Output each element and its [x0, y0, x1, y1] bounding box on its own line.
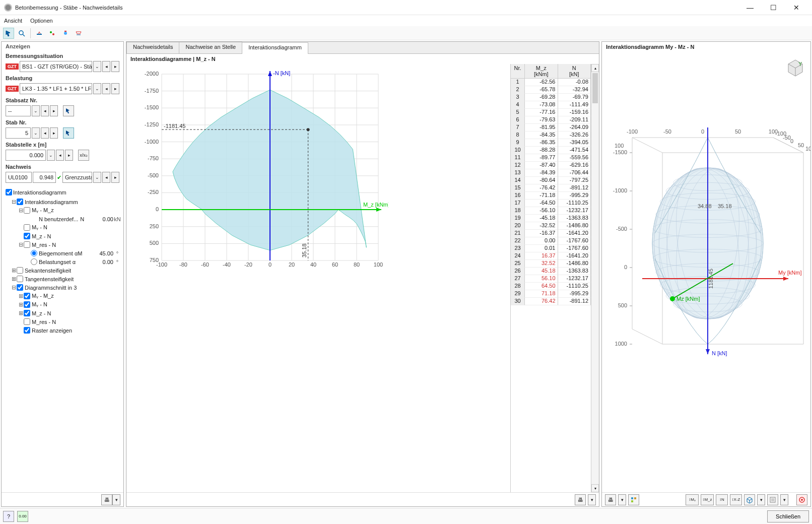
view-n-icon[interactable]: ↕N [716, 494, 728, 505]
table-row[interactable]: 19-45.18-1363.83 [511, 215, 591, 222]
view-cube[interactable]: Y [784, 56, 806, 78]
table-row[interactable]: 20-32.52-1486.80 [511, 222, 591, 230]
right-settings-icon[interactable] [628, 494, 639, 505]
table-row[interactable]: 5-77.16-159.16 [511, 109, 591, 116]
status-units-icon[interactable]: 0.00 [17, 511, 28, 522]
table-row[interactable]: 2-65.78-32.94 [511, 86, 591, 94]
table-row[interactable]: 11-89.77-559.56 [511, 154, 591, 162]
position-dropdown-icon[interactable]: ⌄ [47, 150, 55, 161]
memberset-pick-icon[interactable] [63, 105, 74, 116]
tree-row[interactable]: M_z - N [4, 232, 121, 240]
view-reset-icon[interactable] [796, 494, 807, 505]
tree-row[interactable]: Raster anzeigen [4, 326, 121, 335]
tool-zoom-icon[interactable] [16, 28, 27, 39]
tree-row[interactable]: M_res - N [4, 317, 121, 326]
load-combo[interactable]: LK3 - 1.35 * LF1 + 1.50 * LF2 + 0... [20, 83, 92, 94]
chart-3d[interactable]: -1500-1000-50005001000-100-50050100-100-… [602, 52, 810, 492]
view-iso-icon[interactable] [744, 494, 755, 505]
table-row[interactable]: 2756.10-1232.17 [511, 275, 591, 283]
memberset-dropdown-icon[interactable]: ⌄ [32, 105, 40, 116]
tab-position[interactable]: Nachweise an Stelle [179, 42, 242, 53]
center-print-dropdown-icon[interactable]: ▾ [588, 494, 596, 505]
table-row[interactable]: 4-73.08-111.49 [511, 101, 591, 109]
tree-row[interactable]: N benutzerdef...N0.00kN [4, 215, 121, 223]
table-row[interactable]: 2645.18-1363.83 [511, 268, 591, 275]
table-row[interactable]: 8-84.35-326.26 [511, 132, 591, 139]
table-row[interactable]: 16-71.18-995.29 [511, 192, 591, 200]
view-xz-icon[interactable]: ↕X-Z [730, 494, 742, 505]
minimize-button[interactable]: — [738, 0, 762, 15]
table-row[interactable]: 230.01-1767.60 [511, 245, 591, 252]
tab-details[interactable]: Nachweisdetails [126, 42, 179, 53]
tool-4-icon[interactable] [47, 28, 58, 39]
table-row[interactable]: 2864.50-1110.25 [511, 283, 591, 290]
situation-dropdown-icon[interactable]: ⌄ [93, 61, 101, 72]
tool-select-icon[interactable] [3, 28, 14, 39]
sidebar-print-dropdown-icon[interactable]: ▾ [112, 494, 120, 505]
tree-row[interactable]: Biegemoment αM45.00° [4, 249, 121, 257]
th-mz[interactable]: M_z[kNm] [525, 64, 558, 78]
table-scrollbar[interactable]: ▴ ▾ [591, 64, 599, 492]
design-dropdown-icon[interactable]: ⌄ [93, 172, 101, 183]
display-tree[interactable]: ⊟Interaktionsdiagramm⊟Mᵧ - M_zN benutzer… [2, 196, 123, 492]
tool-6-icon[interactable] [73, 28, 84, 39]
table-row[interactable]: 18-56.10-1232.17 [511, 207, 591, 215]
table-row[interactable]: 21-16.37-1641.20 [511, 230, 591, 237]
design-desc-combo[interactable]: Grenzzustand ... [62, 172, 92, 183]
table-row[interactable]: 2532.52-1486.80 [511, 260, 591, 268]
status-help-icon[interactable]: ? [3, 511, 14, 522]
tree-row[interactable]: Mᵧ - N [4, 223, 121, 232]
tool-3-icon[interactable] [34, 28, 45, 39]
table-row[interactable]: 220.00-1767.60 [511, 237, 591, 245]
position-reset-icon[interactable]: x/x₀ [78, 150, 89, 161]
tree-row[interactable]: ⊟Mᵧ - M_z [4, 206, 121, 215]
member-dropdown-icon[interactable]: ⌄ [32, 127, 40, 139]
tree-row[interactable]: ⊞Mᵧ - N [4, 300, 121, 309]
tree-row[interactable]: ⊞Tangentensteifigkeit [4, 275, 121, 283]
design-prev-icon[interactable]: ◂ [102, 172, 110, 183]
maximize-button[interactable]: ☐ [762, 0, 785, 15]
tree-row[interactable]: ⊟Interaktionsdiagramm [4, 198, 121, 206]
view-iso-dropdown-icon[interactable]: ▾ [757, 494, 765, 505]
tab-interaction[interactable]: Interaktionsdiagramm [242, 42, 308, 54]
tree-row[interactable]: ⊟Diagrammschnitt in 3 [4, 283, 121, 292]
chart-2d[interactable]: -2000-1750-1500-1250-1000-750-500-250025… [126, 64, 510, 492]
table-row[interactable]: 12-87.40-629.16 [511, 162, 591, 169]
load-prev-icon[interactable]: ◂ [102, 83, 110, 94]
table-row[interactable]: 10-88.28-471.54 [511, 147, 591, 154]
design-next-icon[interactable]: ▸ [111, 172, 119, 183]
table-row[interactable]: 2416.37-1641.20 [511, 252, 591, 260]
position-next-icon[interactable]: ▸ [65, 150, 73, 161]
load-dropdown-icon[interactable]: ⌄ [93, 83, 101, 94]
table-row[interactable]: 9-86.35-394.05 [511, 139, 591, 147]
member-next-icon[interactable]: ▸ [50, 127, 58, 139]
tree-row[interactable]: ⊟M_res - N [4, 240, 121, 249]
interaction-checkbox[interactable] [6, 189, 12, 195]
table-row[interactable]: 3076.42-891.12 [511, 298, 591, 305]
table-row[interactable]: 1-62.56-0.08 [511, 79, 591, 86]
table-row[interactable]: 15-76.42-891.12 [511, 184, 591, 192]
view-box-icon[interactable] [767, 494, 778, 505]
member-pick-icon[interactable] [63, 127, 74, 139]
right-print-icon[interactable]: 🖶 [605, 494, 616, 505]
memberset-prev-icon[interactable]: ◂ [41, 105, 49, 116]
tree-row[interactable]: ⊞Mᵧ - M_z [4, 292, 121, 300]
table-row[interactable]: 7-81.95-264.09 [511, 124, 591, 132]
close-dialog-button[interactable]: Schließen [767, 510, 809, 522]
memberset-combo[interactable]: -- [6, 105, 31, 116]
memberset-next-icon[interactable]: ▸ [50, 105, 58, 116]
table-row[interactable]: 3-69.28-69.79 [511, 94, 591, 101]
tool-5-icon[interactable] [60, 28, 71, 39]
th-n[interactable]: N[kN] [558, 64, 591, 78]
situation-prev-icon[interactable]: ◂ [102, 61, 110, 72]
view-box-dropdown-icon[interactable]: ▾ [780, 494, 788, 505]
table-row[interactable]: 2971.18-995.29 [511, 290, 591, 298]
tree-row[interactable]: Belastungset α0.00° [4, 257, 121, 266]
menu-options[interactable]: Optionen [30, 18, 53, 24]
tree-row[interactable]: ⊞M_z - N [4, 309, 121, 317]
table-row[interactable]: 17-64.50-1110.25 [511, 200, 591, 207]
load-next-icon[interactable]: ▸ [111, 83, 119, 94]
close-button[interactable]: ✕ [785, 0, 808, 15]
table-row[interactable]: 6-79.63-209.11 [511, 116, 591, 124]
tree-row[interactable]: ⊞Sekantensteifigkeit [4, 266, 121, 275]
